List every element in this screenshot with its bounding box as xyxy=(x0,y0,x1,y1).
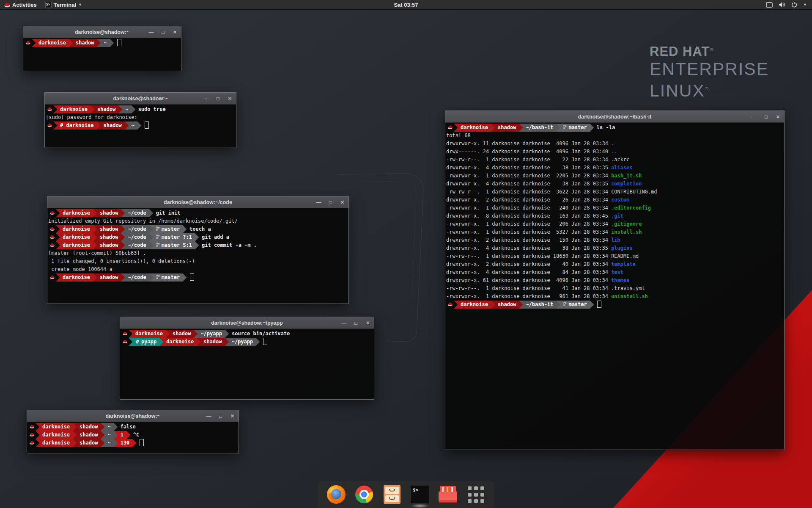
redhat-icon xyxy=(48,225,56,233)
system-status-area[interactable]: ▼ xyxy=(766,2,812,8)
powerline-separator-icon xyxy=(129,330,132,338)
redhat-icon xyxy=(24,39,32,47)
command-text: false xyxy=(121,424,136,430)
close-icon[interactable]: ✕ xyxy=(365,320,370,326)
minimize-icon[interactable]: — xyxy=(341,320,347,326)
redhat-icon xyxy=(26,40,30,45)
titlebar[interactable]: darknoise@shadow:~ —□✕ xyxy=(45,93,236,105)
dock: $> xyxy=(318,481,494,508)
prompt-segment-git: master S:1 xyxy=(153,241,195,249)
prompt-segment-host: shadow xyxy=(73,39,97,47)
prompt-segment-path: ~ xyxy=(129,121,137,130)
maximize-icon[interactable]: □ xyxy=(763,114,769,120)
redhat-icon xyxy=(46,105,53,113)
powerline-separator-icon xyxy=(454,301,458,309)
file-name: .. xyxy=(611,149,617,155)
minimize-icon[interactable]: — xyxy=(148,29,154,35)
powerline-separator-icon xyxy=(121,241,125,249)
terminal-line: [sudo] password for darknoise: xyxy=(46,113,236,121)
minimize-icon[interactable]: — xyxy=(316,199,321,205)
file-name: lib xyxy=(611,237,620,243)
command-text: git commit -a -m . xyxy=(202,242,257,248)
file-row-meta: drwxrwxr-x. 4 darknoise darknoise 38 Jan… xyxy=(446,165,611,171)
maximize-icon[interactable]: □ xyxy=(215,96,221,102)
terminal-line: darknoiseshadow~130 xyxy=(28,439,239,447)
window-title: darknoise@shadow:~/code xyxy=(47,199,348,205)
terminal-content[interactable]: darknoiseshadow~falsedarknoiseshadow~1^C… xyxy=(27,422,239,453)
file-name: README.md xyxy=(611,253,639,259)
dock-firefox-icon[interactable] xyxy=(326,485,346,504)
terminal-content[interactable]: darknoiseshadow~sudo true[sudo] password… xyxy=(45,105,236,147)
file-name: .gitignore xyxy=(611,221,642,227)
terminal-cursor xyxy=(597,301,601,308)
maximize-icon[interactable]: □ xyxy=(218,413,223,419)
powerline-separator-icon xyxy=(194,330,198,338)
file-name: completion xyxy=(611,181,642,187)
powerline-separator-icon xyxy=(32,39,36,47)
powerline-separator-icon xyxy=(149,241,153,249)
terminal-cursor xyxy=(117,39,121,46)
powerline-separator-icon xyxy=(590,301,594,309)
close-icon[interactable]: ✕ xyxy=(227,96,233,102)
desktop: RED HAT® ENTERPRISE LINUX® Activities $>… xyxy=(0,0,812,508)
terminal-line: -rw-rw-r--. 1 darknoise darknoise 18630 … xyxy=(446,252,784,260)
minimize-icon[interactable]: — xyxy=(752,114,757,120)
redhat-icon xyxy=(448,125,453,130)
dock-toolbox-icon[interactable] xyxy=(438,485,458,504)
powerline-separator-icon xyxy=(183,225,187,233)
powerline-separator-icon xyxy=(93,225,97,233)
prompt-segment-path: ~/bash-it xyxy=(523,124,556,132)
maximize-icon[interactable]: □ xyxy=(328,199,333,205)
terminal-content[interactable]: darknoiseshadow~ xyxy=(23,38,181,71)
terminal-line: pyappdarknoiseshadow~/pyapp xyxy=(121,338,374,346)
prompt-segment-path: ~/code xyxy=(125,233,149,241)
terminal-cursor xyxy=(190,273,194,281)
close-icon[interactable]: ✕ xyxy=(230,413,235,419)
titlebar[interactable]: darknoise@shadow:~/code —□✕ xyxy=(47,196,348,208)
terminal-line: darknoiseshadow~ xyxy=(24,39,181,47)
prompt-segment-host: shadow xyxy=(77,431,101,439)
powerline-separator-icon xyxy=(110,39,114,47)
redhat-icon xyxy=(48,209,56,217)
dock-terminal-icon[interactable]: $> xyxy=(410,485,430,504)
powerline-separator-icon xyxy=(132,439,136,447)
power-icon xyxy=(791,2,797,8)
prompt-segment-user: darknoise xyxy=(39,439,73,447)
file-row-meta: drwxrwxr-x. 61 darknoise darknoise 4096 … xyxy=(446,277,611,283)
titlebar[interactable]: darknoise@shadow:~ —□✕ xyxy=(27,410,239,422)
git-branch-icon xyxy=(563,301,567,306)
dock-chrome-icon[interactable] xyxy=(354,485,374,504)
powerline-separator-icon xyxy=(36,439,39,447)
clock[interactable]: Sat 03:57 xyxy=(390,2,422,8)
maximize-icon[interactable]: □ xyxy=(353,320,359,326)
minimize-icon[interactable]: — xyxy=(206,413,211,419)
dock-files-icon[interactable] xyxy=(382,485,402,504)
redhat-icon xyxy=(446,124,454,132)
close-icon[interactable]: ✕ xyxy=(340,199,345,205)
minimize-icon[interactable]: — xyxy=(203,96,209,102)
terminal-line: -rwxrwxr-x. 1 darknoise darknoise 2205 J… xyxy=(446,172,784,180)
terminal-content[interactable]: darknoiseshadow~/codegit initInitialized… xyxy=(47,208,348,304)
titlebar[interactable]: darknoise@shadow:~/bash-it —□✕ xyxy=(445,111,784,123)
close-icon[interactable]: ✕ xyxy=(172,29,178,35)
powerline-separator-icon xyxy=(149,225,153,233)
close-icon[interactable]: ✕ xyxy=(775,114,781,120)
prompt-segment-path: ~/code xyxy=(125,241,149,249)
terminal-window-code: darknoise@shadow:~/code —□✕ darknoisesha… xyxy=(47,196,349,304)
file-name: custom xyxy=(611,197,629,203)
terminal-content[interactable]: darknoiseshadow~/pyappsource bin/activat… xyxy=(120,329,374,399)
titlebar[interactable]: darknoise@shadow:~ —□✕ xyxy=(23,26,181,38)
terminal-line: # darknoiseshadow~ xyxy=(46,121,236,130)
titlebar[interactable]: darknoise@shadow:~/pyapp —□✕ xyxy=(120,317,374,329)
powerline-separator-icon xyxy=(519,301,523,309)
prompt-segment-user: darknoise xyxy=(60,233,93,241)
app-menu-terminal[interactable]: $> Terminal ▼ xyxy=(41,0,86,9)
dock-app-grid-icon[interactable] xyxy=(466,485,486,504)
rhel-brand-logo: RED HAT® ENTERPRISE LINUX® xyxy=(650,44,769,100)
terminal-content[interactable]: darknoiseshadow~/bash-itmasterls -latota… xyxy=(445,123,784,450)
redhat-icon xyxy=(47,107,52,111)
prompt-segment-host: shadow xyxy=(495,301,519,309)
terminal-line: drwxrwxr-x. 4 darknoise darknoise 38 Jan… xyxy=(446,244,784,252)
maximize-icon[interactable]: □ xyxy=(160,29,166,35)
activities-button[interactable]: Activities xyxy=(0,0,41,9)
